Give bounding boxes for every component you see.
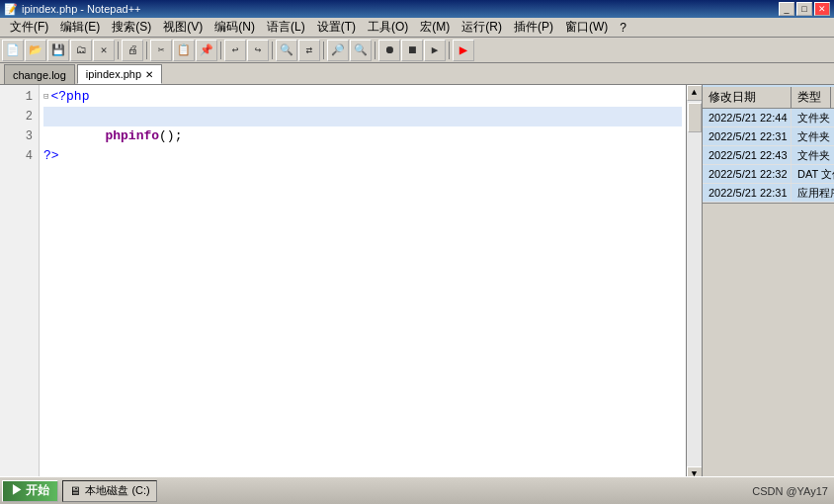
right-lower: [703, 204, 834, 482]
print-button[interactable]: 🖨: [122, 40, 143, 61]
list-item[interactable]: 2022/5/21 22:31 文件夹: [703, 127, 834, 146]
start-button[interactable]: ▶ 开始: [2, 480, 58, 502]
code-line-3: phpinfo ();: [43, 126, 682, 146]
code-area[interactable]: ⊟ <?php phpinfo (); ?>: [40, 85, 686, 482]
macro-stop-button[interactable]: ⏹: [401, 40, 423, 61]
maximize-button[interactable]: □: [796, 2, 812, 16]
macro-play-button[interactable]: ▶: [424, 40, 446, 61]
code-line-1: ⊟ <?php: [43, 87, 682, 107]
save-all-button[interactable]: 🗂: [70, 40, 92, 61]
menu-bar: 文件(F) 编辑(E) 搜索(S) 视图(V) 编码(N) 语言(L) 设置(T…: [0, 18, 834, 38]
copy-button[interactable]: 📋: [173, 40, 195, 61]
paste-button[interactable]: 📌: [196, 40, 217, 61]
menu-plugins[interactable]: 插件(P): [508, 17, 559, 38]
editor-scrollbar[interactable]: ▲ ▼: [686, 85, 702, 482]
code-line-2: [43, 107, 682, 126]
line-num-3: 3: [0, 126, 33, 146]
title-bar: 📝 ipindex.php - Notepad++ _ □ ✕: [0, 0, 834, 18]
taskbar-disk-label: 本地磁盘 (C:): [85, 483, 149, 498]
taskbar: ▶ 开始 🖥 本地磁盘 (C:) CSDN @YAy17: [0, 476, 834, 504]
list-item[interactable]: 2022/5/21 22:43 文件夹: [703, 146, 834, 165]
zoom-in-button[interactable]: 🔎: [327, 40, 349, 61]
window-controls[interactable]: _ □ ✕: [779, 2, 830, 16]
code-token-php-open: <?php: [50, 87, 89, 107]
menu-search[interactable]: 搜索(S): [106, 17, 157, 38]
menu-file[interactable]: 文件(F): [4, 17, 54, 38]
scroll-up-button[interactable]: ▲: [687, 85, 703, 101]
toolbar: 📄 📂 💾 🗂 ✕ 🖨 ✂ 📋 📌 ↩ ↪ 🔍 ⇄ 🔎 🔍 ⏺ ⏹ ▶ ▶: [0, 38, 834, 63]
col-modified-date-header: 修改日期: [703, 87, 792, 108]
save-button[interactable]: 💾: [47, 40, 69, 61]
sep5: [323, 42, 324, 59]
menu-settings[interactable]: 设置(T): [311, 17, 362, 38]
collapse-icon-1[interactable]: ⊟: [43, 87, 48, 107]
run-button[interactable]: ▶: [453, 40, 474, 61]
main-area: 1 2 3 4 ⊟ <?php phpinfo ();: [0, 85, 834, 482]
undo-button[interactable]: ↩: [224, 40, 246, 61]
menu-view[interactable]: 视图(V): [157, 17, 208, 38]
list-item[interactable]: 2022/5/21 22:31 应用程序: [703, 184, 834, 203]
sep6: [375, 42, 375, 59]
scroll-track[interactable]: [687, 101, 703, 466]
file-type-0: 文件夹: [792, 109, 834, 126]
new-button[interactable]: 📄: [2, 40, 24, 61]
file-date-0: 2022/5/21 22:44: [703, 109, 792, 126]
file-date-4: 2022/5/21 22:31: [703, 184, 792, 202]
tab-ipindex-label: ipindex.php: [86, 68, 141, 80]
line-numbers: 1 2 3 4: [0, 85, 40, 482]
code-php-close: ?>: [43, 146, 59, 166]
menu-window[interactable]: 窗口(W): [559, 17, 614, 38]
menu-encode[interactable]: 编码(N): [208, 17, 261, 38]
code-phpinfo: phpinfo: [105, 126, 159, 146]
menu-help[interactable]: ?: [614, 19, 632, 37]
close-button[interactable]: ✕: [814, 2, 830, 16]
file-type-1: 文件夹: [792, 127, 834, 145]
code-indent-3: [43, 126, 105, 146]
menu-tools[interactable]: 工具(O): [362, 17, 414, 38]
minimize-button[interactable]: _: [779, 2, 794, 16]
tab-ipindex[interactable]: ipindex.php ✕: [77, 64, 162, 84]
scroll-thumb[interactable]: [688, 103, 702, 132]
code-line-2-content: [43, 107, 51, 126]
line-num-1: 1: [0, 87, 33, 107]
close-button[interactable]: ✕: [93, 40, 115, 61]
open-button[interactable]: 📂: [25, 40, 46, 61]
list-item[interactable]: 2022/5/21 22:32 DAT 文件: [703, 165, 834, 184]
line-num-2: 2: [0, 107, 33, 126]
taskbar-item-disk[interactable]: 🖥 本地磁盘 (C:): [62, 480, 156, 502]
menu-edit[interactable]: 编辑(E): [54, 17, 106, 38]
taskbar-watermark: CSDN @YAy17: [752, 485, 828, 497]
tab-changelog-label: change.log: [13, 69, 66, 81]
file-type-3: DAT 文件: [792, 165, 834, 183]
right-top-area: 修改日期 类型 2022/5/21 22:44 文件夹 2022/5/21 22…: [703, 85, 834, 204]
right-panel: 修改日期 类型 2022/5/21 22:44 文件夹 2022/5/21 22…: [702, 85, 834, 482]
menu-macro[interactable]: 宏(M): [414, 17, 456, 38]
sep4: [272, 42, 273, 59]
file-list: 2022/5/21 22:44 文件夹 2022/5/21 22:31 文件夹 …: [703, 109, 834, 203]
find-button[interactable]: 🔍: [276, 40, 297, 61]
line-num-4: 4: [0, 146, 33, 166]
code-parens: ();: [159, 126, 182, 146]
replace-button[interactable]: ⇄: [298, 40, 320, 61]
zoom-out-button[interactable]: 🔍: [350, 40, 372, 61]
title-text: 📝 ipindex.php - Notepad++: [4, 3, 140, 16]
file-date-1: 2022/5/21 22:31: [703, 127, 792, 145]
disk-icon: 🖥: [69, 484, 81, 498]
sep1: [118, 42, 119, 59]
sep3: [220, 42, 221, 59]
app-icon: 📝: [4, 3, 18, 16]
cut-button[interactable]: ✂: [150, 40, 172, 61]
redo-button[interactable]: ↪: [247, 40, 269, 61]
macro-record-button[interactable]: ⏺: [378, 40, 400, 61]
col-type-header: 类型: [792, 87, 831, 108]
sep7: [449, 42, 450, 59]
list-item[interactable]: 2022/5/21 22:44 文件夹: [703, 109, 834, 127]
file-date-2: 2022/5/21 22:43: [703, 146, 792, 164]
file-type-4: 应用程序: [792, 184, 834, 202]
file-date-3: 2022/5/21 22:32: [703, 165, 792, 183]
taskbar-right-area: CSDN @YAy17: [752, 485, 832, 497]
menu-run[interactable]: 运行(R): [456, 17, 508, 38]
menu-language[interactable]: 语言(L): [261, 17, 311, 38]
tab-changelog[interactable]: change.log: [4, 64, 75, 84]
tab-close-icon[interactable]: ✕: [145, 69, 153, 80]
